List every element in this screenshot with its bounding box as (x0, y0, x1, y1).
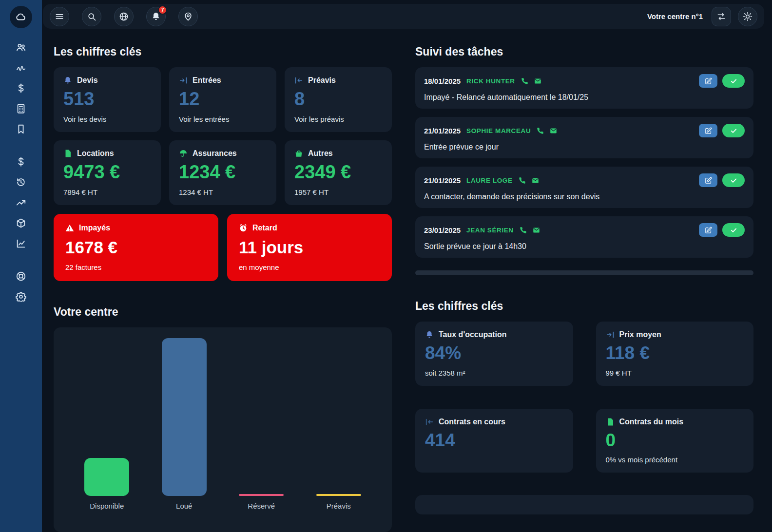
stat-sub: 0% vs mois précédent (606, 456, 744, 464)
stat-label: Locations (77, 149, 114, 158)
stat-value: 513 (63, 89, 151, 110)
arrow-in-icon (606, 330, 615, 339)
stat-card-devis: Devis 513 Voir les devis (54, 67, 161, 132)
file-icon (606, 418, 615, 426)
stat-label: Contrats du mois (619, 418, 684, 426)
sidebar-item-contracts[interactable] (11, 57, 31, 78)
stat-value: 0 (606, 430, 744, 451)
phone-icon (521, 77, 528, 85)
stat-link[interactable]: Voir les devis (63, 115, 151, 123)
stat-value: 8 (294, 89, 382, 110)
stat-link[interactable]: Voir les préavis (294, 115, 382, 123)
task-item: 21/01/2025 LAURE LOGE A contacter, deman… (415, 167, 753, 208)
sidebar-item-stock[interactable] (11, 213, 31, 233)
location-button[interactable] (178, 7, 198, 26)
chart-label-preavis: Préavis (300, 502, 378, 510)
edit-task-button[interactable] (699, 173, 717, 187)
mail-icon (534, 77, 541, 85)
switch-center-button[interactable] (712, 7, 731, 26)
sidebar-item-finance[interactable] (11, 152, 31, 172)
complete-task-button[interactable] (722, 124, 745, 137)
right-key-figures-title: Les chiffres clés (415, 300, 753, 313)
stat-label: Prix moyen (619, 330, 661, 339)
bar-reserve (239, 494, 284, 496)
notifications-button[interactable]: 7 (146, 7, 166, 26)
stat-label: Assurances (193, 149, 237, 158)
email-button[interactable] (532, 177, 539, 184)
warning-icon (65, 224, 74, 232)
email-button[interactable] (534, 77, 541, 85)
call-button[interactable] (537, 127, 544, 134)
theme-toggle-button[interactable] (738, 7, 757, 26)
stat-value: 2349 € (294, 162, 382, 183)
call-button[interactable] (519, 177, 526, 184)
stat-card-autres: Autres 2349 € 1957 € HT (285, 140, 392, 205)
bar-loue (162, 338, 207, 496)
search-icon (87, 12, 96, 21)
sidebar-item-help[interactable] (11, 266, 31, 286)
gear-icon (16, 291, 26, 302)
stat-card-taux-occupation: Taux d'occupation 84% soit 2358 m² (415, 322, 573, 386)
sidebar-item-accounting[interactable] (11, 98, 31, 119)
umbrella-icon (179, 149, 188, 158)
stat-label: Entrées (193, 76, 221, 85)
sidebar-item-contacts[interactable] (11, 37, 31, 57)
topbar-right: Votre centre n°1 (647, 7, 757, 26)
stat-sub: 1957 € HT (294, 188, 382, 196)
right-stat-grid: Taux d'occupation 84% soit 2358 m² Prix … (415, 322, 753, 473)
email-button[interactable] (550, 127, 557, 134)
sidebar-item-history[interactable] (11, 172, 31, 192)
stat-value: 1234 € (179, 162, 267, 183)
complete-task-button[interactable] (722, 173, 745, 187)
complete-task-button[interactable] (722, 223, 745, 237)
task-contact-name: LAURE LOGE (466, 177, 513, 184)
task-contact-name: SOPHIE MARCEAU (466, 127, 531, 134)
pencil-icon (705, 177, 712, 184)
edit-task-button[interactable] (699, 124, 717, 137)
check-icon (730, 227, 737, 234)
mail-icon (532, 177, 539, 184)
edit-task-button[interactable] (699, 74, 717, 88)
sidebar-item-bookmarks[interactable] (11, 119, 31, 139)
app-logo[interactable] (10, 6, 32, 28)
phone-icon (519, 177, 526, 184)
bell-icon (425, 330, 434, 339)
arrow-out-icon (294, 76, 303, 85)
bookmark-icon (16, 124, 26, 134)
sidebar-item-settings[interactable] (11, 286, 31, 307)
sidebar-item-trends[interactable] (11, 192, 31, 213)
stat-card-contrats-du-mois: Contrats du mois 0 0% vs mois précédent (596, 409, 754, 473)
search-button[interactable] (82, 7, 101, 26)
dollar-icon (16, 156, 26, 167)
task-text: A contacter, demande des précisions sur … (424, 192, 745, 201)
call-button[interactable] (520, 227, 527, 234)
swap-icon (716, 12, 726, 21)
stat-link[interactable]: Voir les entrées (179, 115, 267, 123)
sidebar-nav-top (11, 37, 31, 139)
complete-task-button[interactable] (722, 74, 745, 88)
task-date: 18/01/2025 (424, 77, 461, 85)
key-figures-title: Les chiffres clés (54, 45, 392, 58)
stat-sub: soit 2358 m² (425, 369, 563, 377)
mail-icon (533, 227, 540, 234)
sidebar-item-billing[interactable] (11, 78, 31, 98)
language-button[interactable] (114, 7, 134, 26)
stat-grid: Devis 513 Voir les devis Entrées 12 Voir… (54, 67, 392, 205)
tasks-scrollbar[interactable] (415, 270, 753, 275)
package-icon (16, 218, 26, 228)
sidebar (0, 0, 42, 532)
content: Les chiffres clés Devis 513 Voir les dev… (42, 29, 772, 532)
dollar-icon (16, 83, 26, 94)
menu-button[interactable] (50, 7, 69, 26)
call-button[interactable] (521, 77, 528, 85)
task-date: 23/01/2025 (424, 226, 461, 234)
sun-icon (743, 12, 753, 21)
check-icon (730, 127, 737, 134)
stat-card-entrees: Entrées 12 Voir les entrées (169, 67, 276, 132)
sidebar-item-reports[interactable] (11, 233, 31, 254)
alert-value: 1678 € (65, 238, 207, 257)
alert-label: Retard (252, 224, 277, 232)
edit-task-button[interactable] (699, 223, 717, 237)
email-button[interactable] (533, 227, 540, 234)
alert-sub: 22 factures (65, 263, 207, 271)
